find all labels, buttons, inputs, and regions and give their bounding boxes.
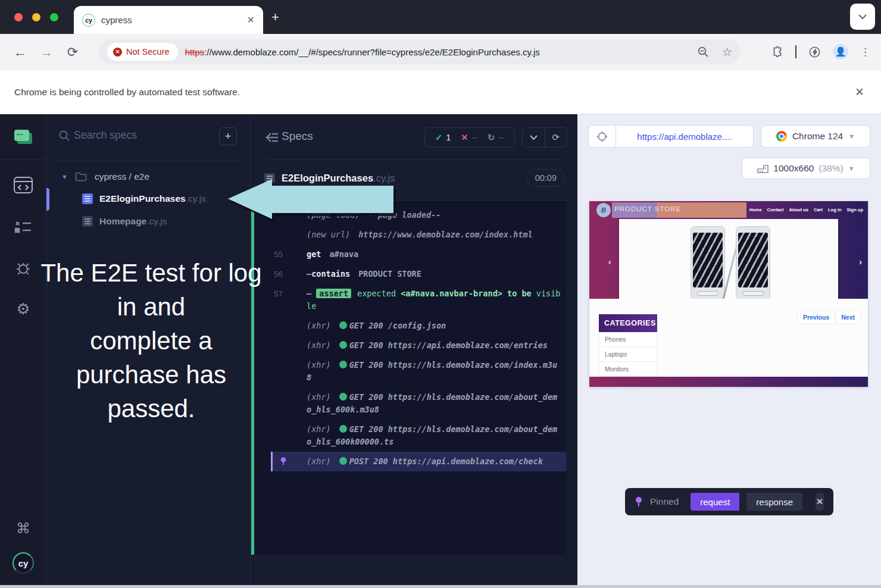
command-row[interactable]: (xhr)GET 200 https://hls.demoblaze.com/a… <box>254 387 566 420</box>
command-row[interactable]: (xhr)GET 200 https://api.demoblaze.com/e… <box>254 336 566 355</box>
command-row[interactable]: (xhr)GET 200 /config.json <box>254 316 566 336</box>
command-row-pinned[interactable]: (xhr)POST 200 https://api.demoblaze.com/… <box>271 452 566 471</box>
spec-duration-badge: 00:09 <box>527 169 565 187</box>
spec-list-item[interactable]: E2EloginPurchases.cy.js <box>46 188 250 209</box>
keyboard-shortcuts-icon[interactable]: ⌘ <box>0 520 46 537</box>
aut-footer <box>589 377 868 387</box>
unpin-close-button[interactable]: ✕ <box>816 493 824 511</box>
command-body: –containsPRODUCT STORE <box>307 268 561 280</box>
reload-button[interactable]: ⟳ <box>60 45 86 60</box>
aut-nav-link[interactable]: Log in <box>828 207 842 212</box>
chevron-down-icon: ▼ <box>848 165 855 172</box>
command-row[interactable]: 56–containsPRODUCT STORE <box>254 264 566 284</box>
command-row[interactable]: (xhr)GET 200 https://hls.demoblaze.com/i… <box>254 355 566 387</box>
infobar-close-icon[interactable]: ✕ <box>855 85 864 99</box>
window-zoom-button[interactable] <box>50 13 58 21</box>
window-minimize-button[interactable] <box>32 13 40 21</box>
aut-nav-link[interactable]: About us <box>789 207 808 212</box>
command-body: geta#nava <box>307 248 561 261</box>
pin-icon <box>635 496 643 507</box>
ruler-icon <box>757 164 768 173</box>
assert-badge: assert <box>316 289 351 298</box>
infobar-message: Chrome is being controlled by automated … <box>14 87 240 98</box>
command-row[interactable]: (new url)https://www.demoblaze.com/index… <box>254 225 566 245</box>
toolbar-divider <box>795 45 796 58</box>
aut-carousel: ‹ › <box>589 219 868 299</box>
aut-brand-label[interactable]: PRODUCT STORE <box>614 205 681 212</box>
battery-saver-icon[interactable] <box>808 46 821 58</box>
new-spec-button[interactable]: + <box>219 127 237 145</box>
aut-categories: CATEGORIES PhonesLaptopsMonitors <box>599 314 657 377</box>
aut-nav-link[interactable]: Contact <box>767 207 784 212</box>
aut-nav-link[interactable]: Sign up <box>847 207 864 212</box>
cypress-app-icon[interactable]: ••• <box>0 130 46 144</box>
aut-nav-link[interactable]: Cart <box>814 207 823 212</box>
aut-next-button[interactable]: Next <box>835 311 861 324</box>
tab-close-icon[interactable]: ✕ <box>247 14 255 26</box>
stat-pending[interactable]: ↻-- <box>488 133 504 142</box>
browser-tab[interactable]: cy cypress ✕ <box>74 6 263 34</box>
command-row[interactable]: 55geta#nava <box>254 245 566 264</box>
request-toggle-button[interactable]: request <box>691 493 739 511</box>
carousel-slide <box>619 219 838 307</box>
back-button[interactable]: ← <box>7 45 33 60</box>
bookmark-star-icon[interactable]: ☆ <box>722 45 732 59</box>
command-number <box>273 455 307 468</box>
new-tab-button[interactable]: + <box>271 10 279 25</box>
chevron-down-icon: ▼ <box>848 133 855 140</box>
browser-toolbar: ← → ⟳ ✕ Not Secure https://www.demoblaze… <box>0 34 881 70</box>
annotation-line: passed. <box>33 392 270 426</box>
automation-infobar: Chrome is being controlled by automated … <box>0 70 881 114</box>
stat-failed[interactable]: ✕-- <box>461 133 477 142</box>
not-secure-chip[interactable]: ✕ Not Secure <box>107 43 178 61</box>
forward-button[interactable]: → <box>33 45 60 60</box>
annotation-arrow <box>228 179 393 220</box>
aut-url-text[interactable]: https://api.demoblaze.... <box>616 132 753 142</box>
spec-name: Homepage <box>99 216 146 227</box>
viewport-zoom-label: (38%) <box>818 163 843 174</box>
stat-passed[interactable]: ✓1 <box>435 133 451 142</box>
collapse-specs-icon[interactable] <box>265 132 279 143</box>
check-icon: ✓ <box>435 133 442 142</box>
aut-previous-button[interactable]: Previous <box>797 311 835 324</box>
command-body: (xhr)POST 200 https://api.demoblaze.com/… <box>307 455 561 468</box>
aut-url-box[interactable]: https://api.demoblaze.... <box>588 125 754 148</box>
viewport-size-selector[interactable]: 1000x660 (38%) ▼ <box>742 158 870 179</box>
omnibox[interactable]: ✕ Not Secure https://www.demoblaze.com/_… <box>99 39 741 64</box>
selector-playground-icon[interactable] <box>589 126 616 147</box>
spec-list-item[interactable]: Homepage.cy.js <box>46 211 250 232</box>
profile-avatar[interactable]: 👤 <box>833 44 848 60</box>
sidebar-item-runs[interactable] <box>0 219 46 234</box>
aut-nav-link[interactable]: Home <box>749 207 762 212</box>
test-stats: ✓1 ✕-- ↻-- <box>424 127 515 148</box>
aut-logo: B <box>596 203 611 217</box>
url-text: https://www.demoblaze.com/__/#/specs/run… <box>185 47 540 57</box>
spec-file-icon <box>82 193 93 204</box>
search-specs-input[interactable]: Search specs <box>74 129 137 142</box>
aut-category-item[interactable]: Monitors <box>599 362 657 377</box>
aut-category-item[interactable]: Phones <box>599 332 657 347</box>
aut-category-item[interactable]: Laptops <box>599 347 657 362</box>
testing-preferences-button[interactable] <box>523 128 545 147</box>
zoom-icon[interactable] <box>697 46 709 58</box>
spec-folder-row[interactable]: ▼ cypress / e2e <box>46 168 250 186</box>
response-toggle-button[interactable]: response <box>746 493 802 511</box>
command-row[interactable]: (xhr)GET 200 https://hls.demoblaze.com/a… <box>254 420 566 452</box>
spec-name: E2EloginPurchases <box>99 193 186 204</box>
spec-folder-label: cypress / e2e <box>95 171 149 182</box>
restart-icon: ↻ <box>488 133 495 142</box>
sidebar-item-specs[interactable] <box>0 176 46 194</box>
reporter-title[interactable]: Specs <box>282 130 313 143</box>
command-row[interactable]: 57– assertexpected <a#nava.navbar-brand>… <box>254 284 566 316</box>
tab-search-button[interactable] <box>850 4 875 30</box>
extensions-icon[interactable] <box>771 46 783 58</box>
browser-selector[interactable]: Chrome 124 ▼ <box>761 125 870 148</box>
menu-kebab-icon[interactable]: ⋮ <box>860 46 870 58</box>
status-ok-dot <box>339 321 347 329</box>
window-close-button[interactable] <box>14 13 23 21</box>
rerun-tests-button[interactable]: ⟳ <box>545 128 567 147</box>
aut-categories-title[interactable]: CATEGORIES <box>599 314 657 332</box>
carousel-prev-icon[interactable]: ‹ <box>608 257 611 267</box>
cypress-logo[interactable]: cy <box>0 552 46 574</box>
carousel-next-icon[interactable]: › <box>859 257 862 267</box>
